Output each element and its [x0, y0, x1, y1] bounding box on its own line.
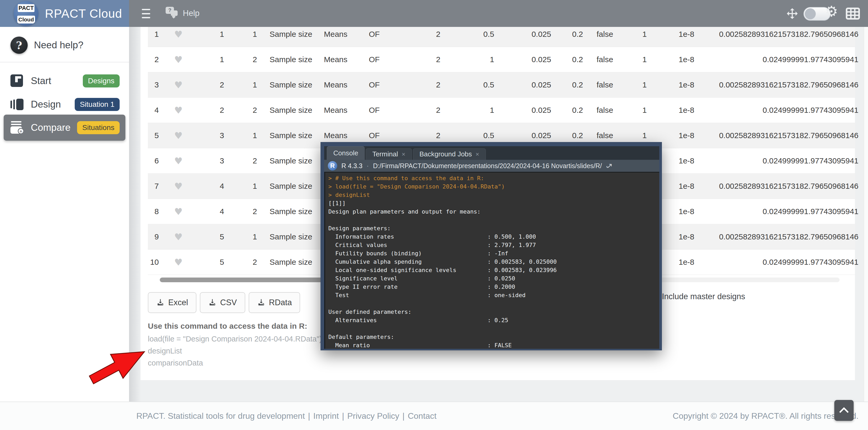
flipboard-icon — [10, 74, 24, 88]
tab-background-jobs[interactable]: Background Jobs × — [413, 148, 486, 160]
settings-gear-icon[interactable]: ⚙ — [825, 4, 838, 19]
export-excel-button[interactable]: Excel — [148, 292, 196, 313]
sidebar-item-start[interactable]: Start Designs — [4, 68, 125, 94]
footer-brand-line: RPACT. Statistical tools for drug develo… — [136, 411, 305, 421]
tab-console[interactable]: Console — [327, 146, 365, 160]
cell-design: 2 — [198, 106, 224, 114]
cell-alpha-spent: 0.02499999 — [694, 156, 804, 165]
cell-design: 3 — [198, 156, 224, 165]
export-buttons: Excel CSV RData — [148, 292, 300, 313]
close-icon[interactable]: × — [402, 151, 405, 158]
cell-output-type: Sample size — [257, 207, 324, 216]
include-master-designs-label[interactable]: Include master designs — [662, 292, 745, 301]
cell-design: 3 — [198, 131, 224, 140]
row-index: 9 — [148, 232, 159, 241]
cell-tolerance: 1e-8 — [647, 55, 694, 64]
need-help-label: Need help? — [34, 40, 83, 51]
r-access-load-line: load(file = "Design Comparison 2024-04-0… — [148, 335, 322, 343]
favorite-heart-icon[interactable]: ♥ — [159, 156, 198, 166]
sidebar-item-design[interactable]: Design Situation 1 — [4, 92, 125, 117]
cell-stage: 1 — [224, 232, 257, 241]
cell-output-type: Sample size — [257, 80, 324, 89]
favorite-heart-icon[interactable]: ♥ — [159, 206, 198, 217]
favorite-heart-icon[interactable]: ♥ — [159, 130, 198, 141]
row-index: 8 — [148, 207, 159, 216]
table-row[interactable]: 2 ♥ 1 2 Sample size Means OF 2 1 0.025 0… — [148, 47, 855, 72]
favorite-heart-icon[interactable]: ♥ — [159, 29, 198, 40]
cell-output-type: Sample size — [257, 131, 324, 140]
separator-dot: · — [367, 162, 369, 170]
cell-critical-value: 1.97743095941 — [804, 207, 855, 216]
footer-link-privacy-policy[interactable]: Privacy Policy — [347, 411, 399, 421]
chevron-up-icon — [839, 407, 849, 417]
cell-beta: 0.2 — [551, 80, 583, 89]
export-rdata-button[interactable]: RData — [249, 292, 300, 313]
favorite-heart-icon[interactable]: ♥ — [159, 257, 198, 268]
browser-scrollbar[interactable] — [864, 27, 868, 401]
favorite-heart-icon[interactable]: ♥ — [159, 79, 198, 90]
cell-alpha-spent: 0.02499999 — [694, 207, 804, 216]
cell-endpoint: Means — [324, 80, 369, 89]
cell-stage: 1 — [224, 80, 257, 89]
footer-link-contact[interactable]: Contact — [408, 411, 436, 421]
close-icon[interactable]: × — [476, 151, 479, 158]
logo-text-top: PACT — [18, 4, 34, 12]
cell-stage: 1 — [224, 30, 257, 39]
expand-arrows-icon[interactable] — [786, 7, 799, 20]
favorite-heart-icon[interactable]: ♥ — [159, 54, 198, 65]
table-row[interactable]: 3 ♥ 2 1 Sample size Means OF 2 0.5 0.025… — [148, 72, 855, 98]
cell-information-rate: 0.5 — [440, 80, 494, 89]
cell-output-type: Sample size — [257, 232, 324, 241]
console-toolbar: R R 4.3.3 · D:/Firma/RPACT/Dokumente/pre… — [324, 160, 659, 172]
cell-kmax: 2 — [418, 106, 440, 114]
help-button[interactable]: ? Help — [165, 7, 199, 20]
hamburger-menu-icon[interactable] — [142, 9, 151, 18]
cell-information-rate: 1 — [440, 106, 494, 114]
scroll-to-top-button[interactable] — [834, 400, 854, 421]
sidebar-item-compare[interactable]: + Compare Situations — [4, 114, 125, 141]
cell-design: 4 — [198, 207, 224, 216]
favorite-heart-icon[interactable]: ♥ — [159, 105, 198, 115]
cell-beta: 0.2 — [551, 106, 583, 114]
table-grid-icon[interactable] — [846, 7, 860, 20]
table-row[interactable]: 4 ♥ 2 2 Sample size Means OF 2 1 0.025 0… — [148, 98, 855, 123]
cell-binding: false — [583, 30, 622, 39]
export-csv-button[interactable]: CSV — [200, 292, 245, 313]
separator: | — [342, 411, 344, 421]
cell-stage: 2 — [224, 156, 257, 165]
export-rdata-label: RData — [269, 298, 292, 307]
cell-gamma: 1 — [622, 131, 647, 140]
footer-link-imprint[interactable]: Imprint — [313, 411, 339, 421]
rstudio-console-window[interactable]: Console Terminal × Background Jobs × R R… — [320, 142, 662, 351]
goto-directory-icon[interactable]: ↪ — [604, 160, 615, 171]
cell-alpha-spent: 0.02499999 — [694, 106, 804, 114]
cell-kmax: 2 — [418, 131, 440, 140]
row-index: 5 — [148, 131, 159, 140]
cell-information-rate: 0.5 — [440, 30, 494, 39]
sidebar-item-label: Compare — [31, 122, 70, 133]
question-mark-icon: ? — [10, 37, 28, 54]
cell-critical-value: 2.79650968146 — [804, 131, 855, 140]
cell-critical-value: 1.97743095941 — [804, 55, 855, 64]
cell-information-rate: 0.5 — [440, 131, 494, 140]
app-title: RPACT Cloud — [45, 6, 122, 21]
cell-gamma: 1 — [622, 30, 647, 39]
favorite-heart-icon[interactable]: ♥ — [159, 232, 198, 242]
export-csv-label: CSV — [220, 298, 237, 307]
cell-tolerance: 1e-8 — [647, 131, 694, 140]
cell-gamma: 1 — [622, 80, 647, 89]
separator: | — [403, 411, 405, 421]
cell-design: 5 — [198, 232, 224, 241]
need-help-button[interactable]: ? Need help? — [0, 35, 129, 56]
export-excel-label: Excel — [168, 298, 188, 307]
tab-terminal[interactable]: Terminal × — [366, 148, 412, 160]
footer: RPACT. Statistical tools for drug develo… — [0, 401, 868, 430]
cell-tolerance: 1e-8 — [647, 106, 694, 114]
sidebar-item-label: Design — [31, 99, 61, 110]
cell-beta: 0.2 — [551, 30, 583, 39]
cell-design-type: OF — [369, 106, 418, 114]
tab-label: Background Jobs — [420, 150, 472, 158]
cell-critical-value: 2.79650968146 — [804, 30, 855, 39]
favorite-heart-icon[interactable]: ♥ — [159, 181, 198, 192]
situation-badge: Situation 1 — [75, 98, 120, 111]
